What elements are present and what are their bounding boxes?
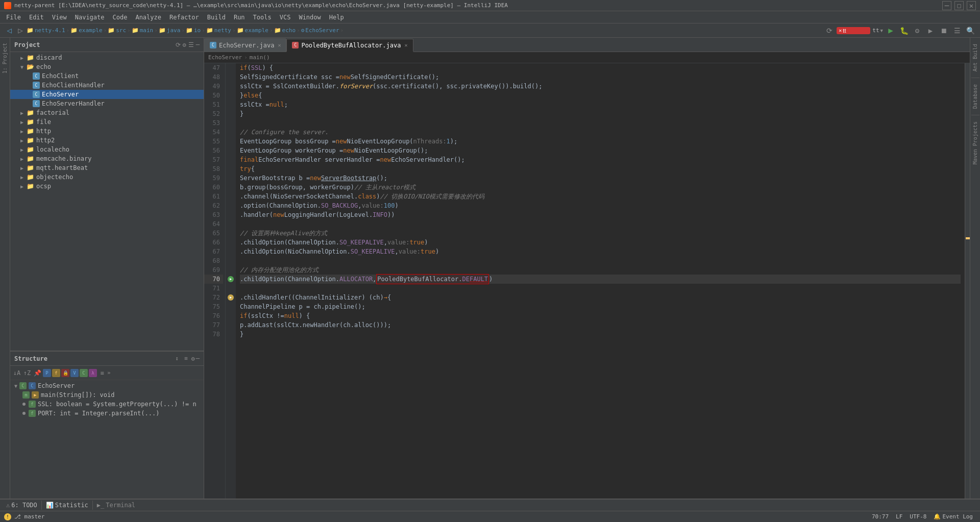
menu-window[interactable]: Window: [295, 13, 325, 22]
run-config-dropdown[interactable]: tt ▼: [872, 27, 883, 34]
maven-projects-tab[interactable]: Maven Projects: [972, 117, 978, 168]
code-editor[interactable]: if (SSL) { SelfSignedCertificate ssc = n…: [236, 63, 965, 499]
menu-build[interactable]: Build: [203, 13, 230, 22]
menu-navigate[interactable]: Navigate: [71, 13, 109, 22]
bc-src[interactable]: src: [116, 27, 126, 34]
struct-filter-list[interactable]: ≡: [98, 369, 106, 377]
struct-filter-lambda[interactable]: λ: [89, 369, 97, 377]
tree-item-echoserver[interactable]: C EchoServer: [10, 90, 204, 99]
bc-example2[interactable]: example: [245, 27, 268, 34]
breadcrumb-echoserver[interactable]: EchoServer: [208, 54, 242, 61]
menu-refactor[interactable]: Refactor: [165, 13, 203, 22]
tree-item-localecho[interactable]: ▶ 📁 localecho: [10, 145, 204, 154]
tab-close-pooled[interactable]: ✕: [404, 42, 407, 48]
todo-tab[interactable]: ⚠ 6: TODO: [2, 501, 42, 510]
struct-filter-c[interactable]: C: [80, 369, 88, 377]
tab-close-echoserver[interactable]: ✕: [278, 42, 281, 48]
code-line-64: [240, 219, 961, 229]
run-button[interactable]: ▶: [885, 25, 896, 36]
menu-analyze[interactable]: Analyze: [131, 13, 165, 22]
struct-item-ssl[interactable]: f SSL: boolean = System.getProperty(...)…: [10, 400, 204, 409]
stop-button[interactable]: ⏹: [938, 25, 949, 36]
maximize-button[interactable]: □: [954, 1, 964, 10]
event-log-button[interactable]: 🔔 Event Log: [930, 513, 976, 520]
menu-help[interactable]: Help: [325, 13, 348, 22]
sort-visibility-icon[interactable]: ≡: [182, 355, 190, 363]
struct-sort-desc-btn[interactable]: ↑Z: [22, 368, 32, 378]
database-tab[interactable]: Database: [972, 80, 978, 113]
build-button[interactable]: ⚙: [912, 25, 923, 36]
run-icon-line70[interactable]: ▶: [226, 275, 236, 284]
tree-item-memcache[interactable]: ▶ 📁 memcache.binary: [10, 154, 204, 163]
bc-netty2[interactable]: netty: [214, 27, 231, 34]
struct-minimize-icon[interactable]: ─: [196, 355, 200, 362]
menu-tools[interactable]: Tools: [249, 13, 276, 22]
bc-main[interactable]: main: [140, 27, 154, 34]
settings-icon[interactable]: ☰: [951, 25, 963, 36]
menu-edit[interactable]: Edit: [25, 13, 48, 22]
bc-example[interactable]: example: [79, 27, 102, 34]
bc-netty[interactable]: netty-4.1: [35, 27, 65, 34]
struct-filter-f[interactable]: f: [52, 369, 60, 377]
ant-build-tab[interactable]: Ant Build: [972, 40, 978, 76]
menu-vcs[interactable]: VCS: [276, 13, 295, 22]
window-title: netty-parent [E:\IDEA\netty_source_code\…: [14, 2, 942, 9]
position-indicator[interactable]: 70:77: [869, 513, 892, 520]
menu-file[interactable]: File: [2, 13, 25, 22]
tree-item-factorial[interactable]: ▶ 📁 factorial: [10, 108, 204, 117]
project-settings-icon[interactable]: ⚙: [183, 41, 186, 48]
struct-sort-alpha-btn[interactable]: ↓A: [12, 368, 21, 378]
encoding-indicator[interactable]: UTF-8: [906, 513, 929, 520]
tree-item-ocsp[interactable]: ▶ 📁 ocsp: [10, 182, 204, 191]
statistic-tab[interactable]: 📊 Statistic: [42, 501, 93, 510]
tree-item-http2[interactable]: ▶ 📁 http2: [10, 136, 204, 145]
tab-pooled[interactable]: C PooledByteBufAllocator.java ✕: [286, 39, 413, 52]
struct-pin-btn[interactable]: 📌: [33, 368, 42, 378]
struct-expand-btn[interactable]: »: [107, 369, 111, 376]
git-status[interactable]: ⎇ master: [12, 513, 46, 520]
tab-icon-pooled: C: [292, 42, 299, 48]
lf-indicator[interactable]: LF: [893, 513, 905, 520]
menu-run[interactable]: Run: [230, 13, 249, 22]
back-button[interactable]: ◁: [4, 26, 14, 36]
bc-echo[interactable]: echo: [282, 27, 296, 34]
project-sync-icon[interactable]: ⟳: [176, 41, 181, 48]
tab-echoserver[interactable]: C EchoServer.java ✕: [204, 38, 286, 52]
tree-item-mqtt[interactable]: ▶ 📁 mqtt.heartBeat: [10, 163, 204, 172]
tree-item-echoclient[interactable]: C EchoClient: [10, 71, 204, 81]
sync-icon[interactable]: ⟳: [824, 26, 835, 36]
struct-item-main[interactable]: m ▶ main(String[]): void: [10, 390, 204, 400]
search-input[interactable]: [843, 28, 868, 34]
terminal-tab[interactable]: ▶_ Terminal: [93, 501, 139, 510]
tree-item-echo[interactable]: ▼ 📂 echo: [10, 62, 204, 71]
project-minimize-icon[interactable]: ─: [196, 41, 200, 48]
bc-java[interactable]: java: [167, 27, 181, 34]
close-button[interactable]: ✕: [967, 1, 976, 10]
struct-filter-v[interactable]: V: [70, 369, 79, 377]
struct-node-echoserver[interactable]: ▼ C C EchoServer: [10, 381, 204, 390]
debug-button[interactable]: 🐛: [898, 25, 910, 36]
menu-code[interactable]: Code: [109, 13, 132, 22]
tree-item-file[interactable]: ▶ 📁 file: [10, 117, 204, 127]
bc-echoserver[interactable]: EchoServer: [305, 27, 339, 34]
project-tab-icon[interactable]: 1: Project: [2, 40, 8, 77]
tree-item-echoserverhandler[interactable]: C EchoServerHandler: [10, 99, 204, 108]
project-gear-icon[interactable]: ☰: [188, 41, 194, 48]
coverage-button[interactable]: ▶: [925, 25, 936, 36]
folder-icon-mqtt: 📁: [27, 164, 34, 171]
tree-item-objectecho[interactable]: ▶ 📁 objectecho: [10, 172, 204, 182]
bc-io[interactable]: io: [194, 27, 201, 34]
tree-item-discard[interactable]: ▶ 📁 discard: [10, 53, 204, 62]
sort-alpha-icon[interactable]: ↕: [173, 355, 181, 363]
tree-item-http[interactable]: ▶ 📁 http: [10, 127, 204, 136]
forward-button[interactable]: ▷: [15, 26, 26, 36]
breadcrumb-main[interactable]: main(): [250, 54, 270, 61]
tree-item-echoclienthandler[interactable]: C EchoClientHandler: [10, 81, 204, 90]
struct-filter-lock[interactable]: 🔒: [61, 369, 69, 377]
struct-settings-icon[interactable]: ⚙: [191, 355, 195, 362]
minimize-button[interactable]: ─: [942, 1, 951, 10]
struct-filter-p[interactable]: P: [43, 369, 51, 377]
search-everywhere-button[interactable]: 🔍: [965, 25, 976, 36]
struct-item-port[interactable]: f PORT: int = Integer.parseInt(...): [10, 409, 204, 418]
menu-view[interactable]: View: [48, 13, 71, 22]
